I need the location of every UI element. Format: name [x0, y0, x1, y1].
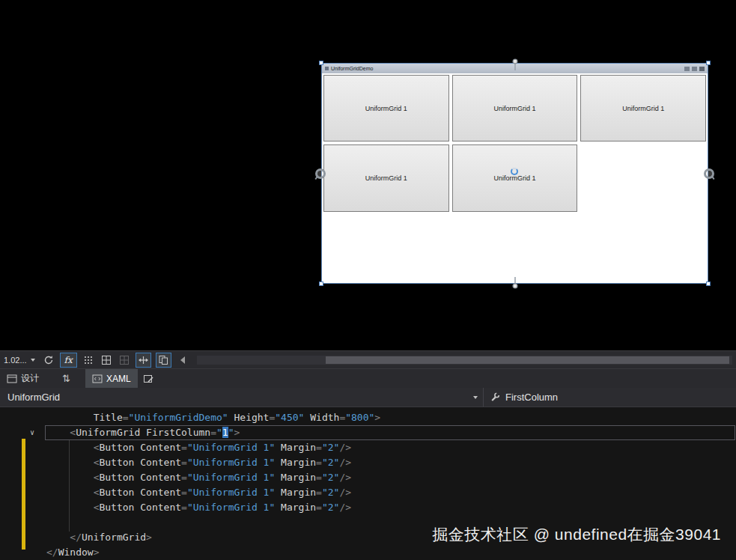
- disabled-grid-button: [118, 353, 131, 368]
- refresh-button[interactable]: [42, 353, 55, 368]
- designer-horizontal-scrollbar[interactable]: [197, 356, 732, 365]
- effects-toggle-button[interactable]: fx: [60, 353, 77, 368]
- zoom-select[interactable]: 1.02...: [1, 353, 37, 368]
- code-line[interactable]: <Button Content="UniformGrid 1" Margin="…: [0, 500, 736, 515]
- dots-grid-icon: [83, 355, 94, 365]
- element-dropdown[interactable]: UniformGrid: [0, 388, 484, 407]
- swap-panes-button[interactable]: ⇅: [56, 369, 76, 388]
- design-view-icon: [7, 374, 17, 384]
- design-surface: UniformGridDemo UniformGrid 1UniformGrid…: [0, 0, 736, 350]
- watermark-text: 掘金技术社区 @ undefined在掘金39041: [432, 524, 721, 545]
- wrench-icon: [490, 392, 500, 402]
- code-line[interactable]: <Button Content="UniformGrid 1" Margin="…: [0, 485, 736, 500]
- selected-text[interactable]: 1: [222, 427, 228, 438]
- maximize-icon: [692, 67, 697, 71]
- designer-button-cell: UniformGrid 1: [322, 143, 451, 213]
- fx-icon: fx: [62, 355, 75, 365]
- tab-design[interactable]: 设计: [0, 369, 46, 388]
- snaplines-toggle-button[interactable]: [136, 353, 151, 368]
- resize-handle-bottom-left[interactable]: [319, 281, 323, 286]
- snap-to-grid-button[interactable]: [100, 353, 113, 368]
- show-snap-grid-button[interactable]: [82, 353, 95, 368]
- left-arrow-icon: [179, 356, 186, 365]
- code-line[interactable]: </Window>: [0, 545, 736, 560]
- member-dropdown-value: FirstColumn: [505, 392, 558, 403]
- designer-button-cell: UniformGrid 1: [451, 73, 580, 143]
- wpf-window-preview[interactable]: UniformGridDemo UniformGrid 1UniformGrid…: [322, 64, 708, 283]
- zoom-value: 1.02...: [4, 356, 27, 365]
- code-line[interactable]: <Button Content="UniformGrid 1" Margin="…: [0, 470, 736, 485]
- anchor-pin-bottom-icon[interactable]: [511, 276, 520, 289]
- minimize-icon: [684, 67, 690, 71]
- window-app-icon: [325, 67, 329, 70]
- pages-icon: [158, 355, 169, 365]
- element-dropdown-value: UniformGrid: [7, 392, 60, 403]
- refresh-icon: [43, 355, 54, 365]
- designer-button[interactable]: UniformGrid 1: [323, 144, 449, 211]
- page-edit-icon: [143, 374, 154, 384]
- view-tabstrip: 设计 ⇅ XAML: [0, 368, 736, 388]
- designer-button-cell: UniformGrid 1: [451, 143, 580, 213]
- designer-button[interactable]: UniformGrid 1: [323, 75, 449, 141]
- anchor-pin-top-icon[interactable]: [511, 58, 520, 71]
- tab-xaml[interactable]: XAML: [85, 369, 138, 388]
- scroll-left-button[interactable]: [176, 353, 189, 368]
- designer-button[interactable]: UniformGrid 1: [452, 144, 578, 211]
- designer-empty-cell: [322, 213, 451, 283]
- close-icon: [699, 67, 705, 71]
- snaplines-icon: [138, 355, 149, 365]
- xaml-view-icon: [92, 374, 103, 384]
- resize-handle-bottom-right[interactable]: [706, 281, 711, 286]
- busy-spinner-icon: [511, 168, 518, 175]
- popout-editor-button[interactable]: [138, 369, 159, 388]
- scrollbar-thumb[interactable]: [326, 356, 729, 364]
- resize-handle-top-right[interactable]: [706, 61, 711, 65]
- window-title: UniformGridDemo: [331, 64, 682, 73]
- tab-design-label: 设计: [21, 372, 39, 385]
- designer-toolbar: 1.02... fx: [0, 350, 736, 368]
- grid-pane-icon: [101, 355, 112, 365]
- member-dropdown[interactable]: FirstColumn: [484, 388, 736, 407]
- tab-xaml-label: XAML: [106, 374, 131, 384]
- swap-arrows-icon: ⇅: [62, 373, 70, 384]
- designer-empty-cell: [579, 213, 708, 283]
- designer-button[interactable]: UniformGrid 1: [580, 75, 706, 141]
- designer-empty-cell: [451, 213, 580, 283]
- uniform-grid: UniformGrid 1UniformGrid 1UniformGrid 1U…: [322, 73, 708, 283]
- code-line[interactable]: <Button Content="UniformGrid 1" Margin="…: [0, 455, 736, 470]
- designer-button-cell: UniformGrid 1: [322, 73, 451, 143]
- resize-handle-top-left[interactable]: [319, 61, 323, 65]
- chevron-down-icon: [473, 396, 478, 399]
- designer-button-cell: UniformGrid 1: [579, 73, 708, 143]
- designer-empty-cell: [579, 143, 708, 213]
- editor-navigation-bar: UniformGrid FirstColumn: [0, 388, 736, 407]
- code-line-current[interactable]: <UniformGrid FirstColumn="1">: [0, 425, 736, 440]
- grid-dim-icon: [119, 355, 130, 365]
- show-all-code-toggle-button[interactable]: [156, 353, 171, 368]
- anchor-ring-right-icon[interactable]: [704, 168, 714, 179]
- code-line[interactable]: Title="UniformGridDemo" Height="450" Wid…: [0, 410, 736, 425]
- code-line[interactable]: <Button Content="UniformGrid 1" Margin="…: [0, 440, 736, 455]
- window-chrome: [684, 67, 705, 71]
- chevron-down-icon: [31, 359, 35, 362]
- anchor-ring-left-icon[interactable]: [315, 168, 326, 179]
- designer-button[interactable]: UniformGrid 1: [452, 75, 578, 141]
